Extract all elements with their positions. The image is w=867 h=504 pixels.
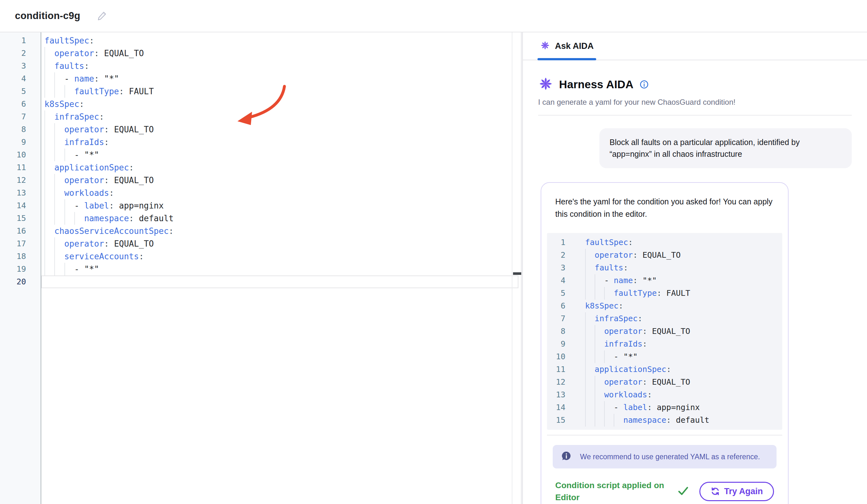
- code-line: 7infraSpec:: [547, 312, 782, 325]
- line-number: 15: [0, 212, 41, 225]
- code-line: 16chaosServiceAccountSpec:: [0, 225, 521, 237]
- line-number: 3: [547, 261, 574, 274]
- line-number: 1: [547, 236, 574, 249]
- aida-panel-body: Harness AIDA I can generate a yaml for y…: [523, 76, 867, 504]
- recommendation-banner: We recommend to use generated YAML as a …: [553, 445, 777, 469]
- line-number: 4: [0, 72, 41, 85]
- info-bubble-icon: [561, 451, 572, 463]
- aida-flower-icon: [538, 76, 553, 93]
- code-line: 3faults:: [547, 261, 782, 274]
- code-line: 18serviceAccounts:: [0, 250, 521, 263]
- line-number: 7: [547, 312, 574, 325]
- line-number: 18: [0, 250, 41, 263]
- editor-code-area[interactable]: 1faultSpec:2operator: EQUAL_TO3faults:4-…: [0, 34, 521, 288]
- code-line-content: faults:: [41, 60, 521, 72]
- code-line: 13workloads:: [547, 388, 782, 401]
- check-icon: [676, 484, 690, 498]
- line-number: 14: [547, 401, 574, 414]
- editor-overview-ruler: [512, 32, 512, 504]
- line-number: 9: [0, 136, 41, 149]
- line-number: 2: [547, 249, 574, 261]
- code-line-content: workloads:: [41, 186, 521, 199]
- page-header: condition-c9g: [0, 0, 867, 32]
- code-line: 5faultType: FAULT: [0, 85, 521, 98]
- code-line-content: operator: EQUAL_TO: [574, 325, 782, 338]
- line-number: 6: [547, 300, 574, 312]
- line-number: 9: [547, 338, 574, 350]
- aida-heading: Harness AIDA: [559, 78, 634, 91]
- code-line: 20: [0, 276, 521, 288]
- tab-ask-aida[interactable]: Ask AIDA: [537, 32, 596, 60]
- edit-title-button[interactable]: [97, 10, 108, 22]
- code-line: 12operator: EQUAL_TO: [547, 376, 782, 388]
- code-line-content: namespace: default: [574, 414, 782, 427]
- code-line-content: - "*": [41, 149, 521, 161]
- aida-subtitle: I can generate a yaml for your new Chaos…: [538, 98, 852, 107]
- yaml-editor[interactable]: 1faultSpec:2operator: EQUAL_TO3faults:4-…: [0, 32, 522, 504]
- active-tab-indicator: [537, 58, 596, 60]
- code-line: 17operator: EQUAL_TO: [0, 237, 521, 250]
- code-line: 15namespace: default: [547, 414, 782, 427]
- code-line-content: - name: "*": [574, 274, 782, 287]
- try-again-button[interactable]: Try Again: [699, 482, 774, 501]
- code-line-content: operator: EQUAL_TO: [41, 47, 521, 60]
- code-line: 1faultSpec:: [547, 236, 782, 249]
- code-line: 14- label: app=nginx: [547, 401, 782, 414]
- code-line-content: serviceAccounts:: [41, 250, 521, 263]
- line-number: 8: [547, 325, 574, 338]
- code-line: 7infraSpec:: [0, 110, 521, 123]
- code-line-content: applicationSpec:: [41, 161, 521, 174]
- code-line-content: k8sSpec:: [41, 98, 521, 110]
- code-line: 8operator: EQUAL_TO: [0, 123, 521, 136]
- code-line: 6k8sSpec:: [547, 300, 782, 312]
- line-number: 10: [0, 149, 41, 161]
- code-line: 8operator: EQUAL_TO: [547, 325, 782, 338]
- line-number: 4: [547, 274, 574, 287]
- code-line-content: chaosServiceAccountSpec:: [41, 225, 521, 237]
- code-line-content: faultType: FAULT: [41, 85, 521, 98]
- code-line-content: operator: EQUAL_TO: [41, 237, 521, 250]
- line-number: 5: [0, 85, 41, 98]
- code-line: 9infraIds:: [547, 338, 782, 350]
- code-line-content: operator: EQUAL_TO: [574, 376, 782, 388]
- line-number: 12: [547, 376, 574, 388]
- info-icon[interactable]: [639, 80, 649, 89]
- try-again-label: Try Again: [724, 486, 763, 496]
- code-line-content: applicationSpec:: [574, 363, 782, 376]
- line-number: 2: [0, 47, 41, 60]
- code-line-content: - "*": [574, 350, 782, 363]
- code-line-content: faultSpec:: [41, 34, 521, 47]
- line-number: 11: [547, 363, 574, 376]
- code-line-content: workloads:: [574, 388, 782, 401]
- code-line-content: - label: app=nginx: [41, 199, 521, 212]
- code-line-content: namespace: default: [41, 212, 521, 225]
- code-line-content: - name: "*": [41, 72, 521, 85]
- code-line-content: faultType: FAULT: [574, 287, 782, 300]
- code-line: 12operator: EQUAL_TO: [0, 174, 521, 186]
- code-line: 4- name: "*": [547, 274, 782, 287]
- code-line-content: infraIds:: [41, 136, 521, 149]
- code-line-content: operator: EQUAL_TO: [41, 174, 521, 186]
- code-line-content: operator: EQUAL_TO: [574, 249, 782, 261]
- code-line-content: operator: EQUAL_TO: [41, 123, 521, 136]
- line-number: 6: [0, 98, 41, 110]
- code-line: 14- label: app=nginx: [0, 199, 521, 212]
- line-number: 3: [0, 60, 41, 72]
- line-number: 14: [0, 199, 41, 212]
- line-number: 7: [0, 110, 41, 123]
- response-intro-text: Here's the yaml for the condition you as…: [555, 195, 774, 220]
- code-line: 6k8sSpec:: [0, 98, 521, 110]
- code-line: 1faultSpec:: [0, 34, 521, 47]
- code-line-content: - "*": [41, 263, 521, 276]
- user-message-bubble: Block all faults on a particular applica…: [599, 128, 852, 168]
- line-number: 17: [0, 237, 41, 250]
- code-line: 2operator: EQUAL_TO: [0, 47, 521, 60]
- code-line: 3faults:: [0, 60, 521, 72]
- line-number: 5: [547, 287, 574, 300]
- code-line: 10- "*": [0, 149, 521, 161]
- aida-flower-icon: [540, 40, 550, 52]
- line-number: 10: [547, 350, 574, 363]
- line-number: 19: [0, 263, 41, 276]
- code-line: 15namespace: default: [0, 212, 521, 225]
- line-number: 13: [0, 186, 41, 199]
